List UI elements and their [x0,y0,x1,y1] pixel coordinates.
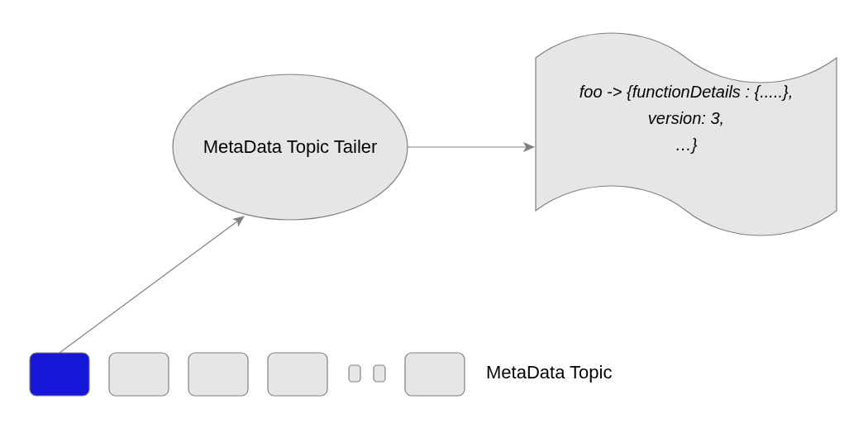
topic-box [188,353,248,396]
topic-box [109,353,169,396]
tailer-ellipse [173,74,408,220]
topic-ellipsis-box [349,365,360,382]
arrow-topic-to-tailer [60,216,244,353]
diagram-canvas [0,0,868,428]
topic-box [405,353,465,396]
document-shape [536,33,837,235]
topic-box [268,353,327,396]
topic-box-active [30,353,89,396]
topic-ellipsis-box [374,365,385,382]
